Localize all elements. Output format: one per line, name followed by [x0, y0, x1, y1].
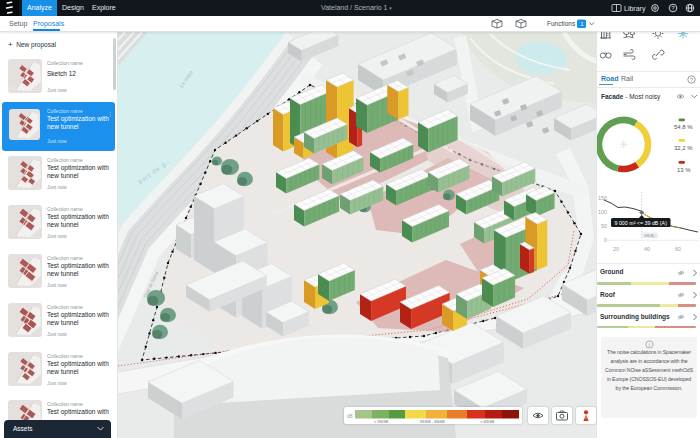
svg-text:Library: Library — [624, 5, 646, 13]
svg-text:13 %: 13 % — [677, 167, 691, 173]
svg-text:54,8 %: 54,8 % — [674, 124, 693, 130]
svg-text:100: 100 — [598, 209, 607, 215]
svg-text:dB: dB — [347, 414, 353, 419]
svg-text:32,2 %: 32,2 % — [674, 145, 693, 151]
svg-text:55/58 - 65/68: 55/58 - 65/68 — [420, 419, 445, 424]
svg-text:?: ? — [690, 77, 693, 83]
svg-text:60: 60 — [675, 246, 681, 252]
svg-text:50: 50 — [601, 223, 607, 229]
svg-text:?: ? — [671, 5, 675, 11]
svg-text:150: 150 — [598, 195, 607, 201]
svg-text:40: 40 — [644, 246, 650, 252]
svg-text:> 65/68: > 65/68 — [480, 419, 495, 424]
svg-text:20: 20 — [613, 246, 619, 252]
svg-text:< 55/58: < 55/58 — [374, 419, 389, 424]
svg-text:0: 0 — [604, 237, 607, 243]
svg-text:9 000 m² <= 39 dB (A): 9 000 m² <= 39 dB (A) — [615, 220, 668, 226]
svg-text:dB(A): dB(A) — [644, 233, 655, 238]
svg-text:Functions: Functions — [547, 20, 576, 27]
svg-text:i: i — [649, 342, 650, 348]
